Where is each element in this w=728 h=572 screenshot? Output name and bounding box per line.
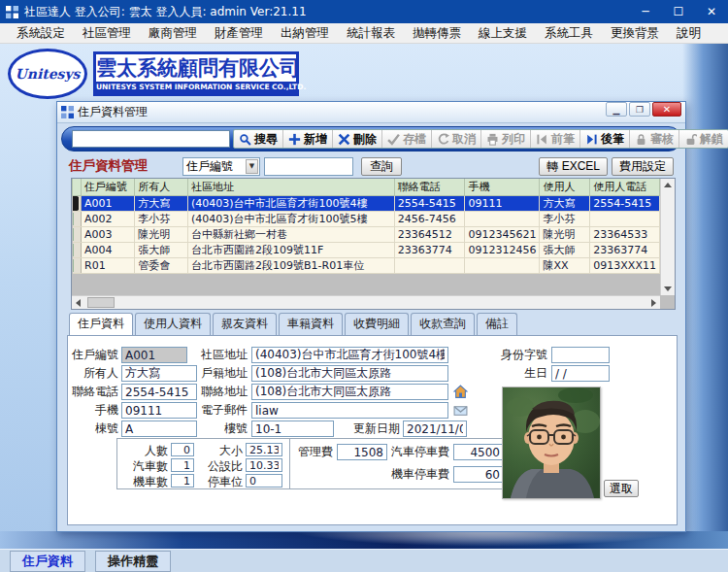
tab-7[interactable]: 備註 <box>477 313 517 335</box>
table-row[interactable]: R01管委會台北市西園路2段109號B1-R01車位陳XX0913XXX11 <box>73 258 660 274</box>
table-cell[interactable]: 張大師 <box>540 243 590 258</box>
send-email-icon[interactable] <box>452 402 469 419</box>
building-no-field[interactable] <box>121 421 197 437</box>
export-excel-button[interactable]: 轉 EXCEL <box>539 157 608 176</box>
tab-5[interactable]: 收費明細 <box>345 313 409 335</box>
contact-phone-field[interactable] <box>121 384 197 400</box>
tab-1[interactable]: 住戶資料 <box>69 313 133 336</box>
menu-item-7[interactable]: 拋轉傳票 <box>404 25 470 42</box>
menu-item-8[interactable]: 線上支援 <box>470 25 536 42</box>
table-cell[interactable]: 陳XX <box>540 258 590 274</box>
menu-item-1[interactable]: 系統設定 <box>8 25 74 42</box>
table-cell[interactable]: 管委會 <box>135 258 188 274</box>
table-cell[interactable]: 2554-5415 <box>590 196 660 212</box>
table-cell[interactable]: 張大師 <box>135 243 188 258</box>
scroll-down-icon[interactable] <box>664 286 672 291</box>
menu-item-3[interactable]: 廠商管理 <box>140 25 206 42</box>
photo-select-button[interactable]: 選取 <box>604 480 639 497</box>
table-row[interactable]: A003陳光明台中縣新社鄉一村巷233645120912345621陳光明233… <box>73 227 660 243</box>
table-cell[interactable]: (40403)台中市北區育才街100號4樓 <box>188 196 395 212</box>
table-cell[interactable]: 0913XXX11 <box>590 258 660 274</box>
household-addr-field[interactable] <box>251 365 448 382</box>
table-cell[interactable]: 陳光明 <box>540 227 590 243</box>
maximize-icon[interactable]: ☐ <box>662 0 695 23</box>
column-header[interactable]: 手機 <box>465 179 540 196</box>
column-header[interactable]: 所有人 <box>135 179 188 196</box>
toolbar-search-button[interactable]: 搜尋 <box>234 130 283 148</box>
table-cell[interactable]: 23363774 <box>394 243 465 258</box>
community-addr-field[interactable] <box>251 347 448 363</box>
birthday-field[interactable] <box>551 365 610 382</box>
table-cell[interactable] <box>465 258 540 274</box>
owner-field[interactable] <box>121 365 197 382</box>
public-ratio-field[interactable] <box>246 458 282 472</box>
toolbar-next-button[interactable]: 後筆 <box>580 130 630 148</box>
taskbar-tab-2[interactable]: 操作精靈 <box>95 551 171 572</box>
table-cell[interactable]: 台北市西園路2段109號B1-R01車位 <box>188 258 395 274</box>
column-header[interactable]: 使用人 <box>540 179 590 196</box>
table-row[interactable]: A004張大師台北市西園路2段109號11F233637740912312456… <box>73 243 660 258</box>
menu-item-4[interactable]: 財產管理 <box>206 25 272 42</box>
table-cell[interactable]: 23364533 <box>590 227 660 243</box>
scrollbar-thumb[interactable] <box>87 297 115 308</box>
mgmt-fee-field[interactable] <box>337 444 387 460</box>
table-cell[interactable] <box>394 258 465 274</box>
table-cell[interactable]: 李小芬 <box>135 212 188 227</box>
filter-value-input[interactable] <box>264 157 353 176</box>
table-cell[interactable] <box>465 212 540 227</box>
toolbar-delete-button[interactable]: 刪除 <box>333 130 382 148</box>
tab-4[interactable]: 車籍資料 <box>279 313 343 335</box>
table-cell[interactable]: 2456-7456 <box>394 212 465 227</box>
child-minimize-icon[interactable]: ▁ <box>606 102 627 117</box>
child-maximize-icon[interactable]: ❐ <box>629 102 650 117</box>
menu-item-6[interactable]: 統計報表 <box>338 25 404 42</box>
tab-2[interactable]: 使用人資料 <box>135 313 211 335</box>
table-cell[interactable]: 李小芬 <box>540 212 590 227</box>
table-cell[interactable]: A003 <box>82 227 135 243</box>
scroll-right-icon[interactable] <box>651 299 656 307</box>
child-close-icon[interactable]: ✕ <box>652 102 681 117</box>
table-cell[interactable]: 0912345621 <box>465 227 540 243</box>
column-header[interactable]: 住戶編號 <box>82 179 135 196</box>
scooter-count-field[interactable] <box>171 474 194 488</box>
menu-item-11[interactable]: 說明 <box>668 25 710 42</box>
query-button[interactable]: 查詢 <box>361 157 402 176</box>
toolbar-plus-button[interactable]: 新增 <box>283 130 333 148</box>
table-cell[interactable]: A002 <box>82 212 135 227</box>
table-cell[interactable] <box>590 212 660 227</box>
tab-6[interactable]: 收款查詢 <box>411 313 475 335</box>
table-cell[interactable]: A001 <box>82 196 135 212</box>
table-cell[interactable]: 方大寫 <box>540 196 590 212</box>
table-cell[interactable]: 0912312456 <box>465 243 540 258</box>
table-row[interactable]: A002李小芬(40403)台中市北區育才街100號5樓2456-7456李小芬 <box>73 212 660 227</box>
column-header[interactable]: 社區地址 <box>188 179 395 196</box>
car-parking-fee-field[interactable] <box>453 444 504 460</box>
scooter-parking-fee-field[interactable] <box>453 466 504 483</box>
floor-no-field[interactable] <box>251 421 334 437</box>
table-cell[interactable]: 台中縣新社鄉一村巷 <box>188 227 395 243</box>
table-cell[interactable]: R01 <box>82 258 135 274</box>
search-input[interactable] <box>72 130 230 148</box>
column-header[interactable]: 聯絡電話 <box>394 179 465 196</box>
close-icon[interactable]: ✕ <box>695 0 728 23</box>
menu-item-5[interactable]: 出納管理 <box>272 25 338 42</box>
fee-settings-button[interactable]: 費用設定 <box>612 157 674 176</box>
mobile-field[interactable] <box>121 402 197 419</box>
column-header[interactable]: 使用人電話 <box>590 179 660 196</box>
table-cell[interactable]: 方大寫 <box>135 196 188 212</box>
table-cell[interactable]: 陳光明 <box>135 227 188 243</box>
email-field[interactable] <box>251 402 448 419</box>
parking-space-field[interactable] <box>246 474 282 488</box>
horizontal-scrollbar[interactable] <box>72 295 660 309</box>
id-no-field[interactable] <box>551 347 610 363</box>
table-cell[interactable]: 2554-5415 <box>394 196 465 212</box>
car-count-field[interactable] <box>171 458 194 472</box>
search-field-select[interactable]: 住戶編號 ▼ <box>182 157 260 176</box>
table-cell[interactable]: (40403)台中市北區育才街100號5樓 <box>188 212 395 227</box>
update-date-field[interactable] <box>403 421 467 437</box>
tab-3[interactable]: 親友資料 <box>213 313 277 335</box>
table-cell[interactable]: A004 <box>82 243 135 258</box>
table-row[interactable]: A001方大寫(40403)台中市北區育才街100號4樓2554-5415091… <box>73 196 660 212</box>
copy-address-home-icon[interactable] <box>452 384 469 400</box>
contact-addr-field[interactable] <box>251 384 448 400</box>
